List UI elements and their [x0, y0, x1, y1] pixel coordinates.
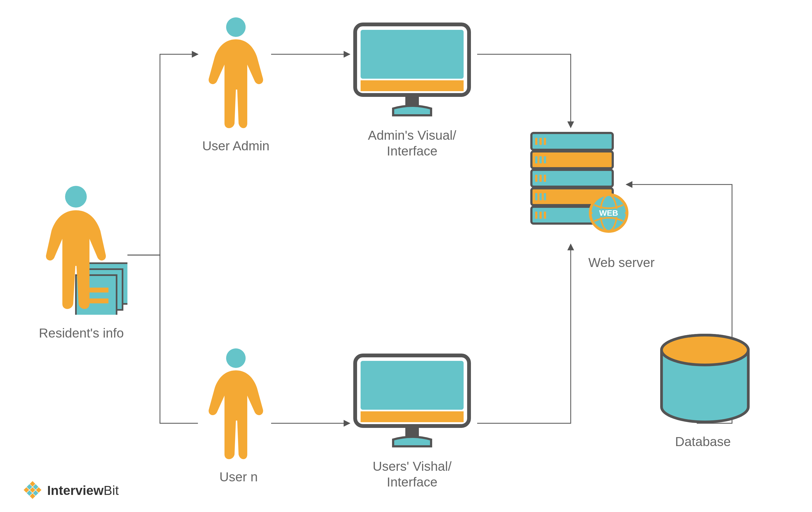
svg-rect-14 — [360, 411, 464, 422]
resident-icon — [35, 185, 127, 316]
web-badge-text: WEB — [599, 208, 618, 217]
user-interface-icon — [352, 353, 472, 452]
admin-interface-label: Admin's Visual/Interface — [360, 128, 464, 159]
svg-rect-17 — [531, 152, 613, 168]
database-icon — [659, 334, 751, 427]
web-server-icon: WEB — [526, 130, 629, 245]
user-n-icon — [201, 347, 271, 462]
user-n-label: User n — [206, 469, 271, 484]
brand-logo: InterviewBit — [22, 480, 119, 501]
svg-rect-13 — [360, 361, 464, 410]
admin-interface-icon — [352, 22, 472, 120]
web-server-label: Web server — [588, 255, 655, 270]
user-admin-icon — [201, 16, 271, 131]
svg-rect-9 — [360, 30, 464, 79]
logo-icon — [22, 480, 44, 501]
svg-rect-10 — [360, 80, 464, 91]
svg-point-6 — [226, 17, 245, 37]
resident-label: Resident's info — [30, 326, 133, 341]
svg-point-7 — [226, 348, 245, 368]
svg-rect-16 — [531, 133, 613, 150]
svg-point-41 — [662, 335, 748, 365]
brand-text: InterviewBit — [47, 483, 119, 498]
database-label: Database — [675, 434, 731, 449]
svg-point-5 — [65, 186, 87, 208]
user-interface-label: Users' Vishal/Interface — [360, 459, 464, 490]
svg-rect-18 — [531, 170, 613, 187]
user-admin-label: User Admin — [198, 138, 274, 153]
